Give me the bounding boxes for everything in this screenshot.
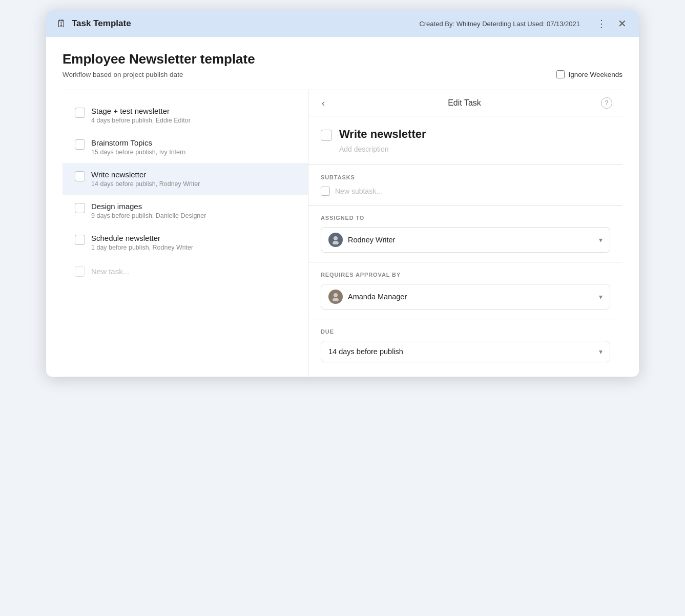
task-edit-name[interactable]: Write newsletter — [339, 128, 610, 141]
due-label: DUE — [321, 328, 610, 335]
task-item[interactable]: Brainstorm Topics 15 days before publish… — [63, 131, 308, 163]
subtasks-label: SUBTASKS — [321, 174, 610, 180]
subtask-row: New subtask... — [321, 187, 610, 196]
ignore-weekends-label[interactable]: Ignore Weekends — [556, 70, 622, 78]
requires-approval-dropdown[interactable]: Amanda Manager ▾ — [321, 284, 610, 310]
svg-point-2 — [334, 293, 338, 297]
assigned-to-chevron-icon: ▾ — [599, 236, 603, 244]
requires-approval-left: Amanda Manager — [328, 290, 407, 304]
edit-panel-title: Edit Task — [333, 98, 596, 108]
task-info-1: Stage + test newsletter 4 days before pu… — [91, 107, 296, 124]
task-meta-4: 9 days before publish, Danielle Designer — [91, 212, 296, 219]
svg-point-3 — [333, 298, 339, 301]
assigned-to-label: ASSIGNED TO — [321, 215, 610, 221]
task-item[interactable]: Schedule newsletter 1 day before publish… — [63, 227, 308, 258]
modal-title: Task Template — [72, 18, 414, 29]
task-name-5: Schedule newsletter — [91, 234, 296, 242]
task-edit-description[interactable]: Add description — [339, 145, 610, 153]
new-task-label: New task... — [91, 267, 129, 276]
requires-approval-section: REQUIRES APPROVAL BY Amanda Manager — [308, 262, 622, 319]
edit-panel-header: ‹ Edit Task ? — [308, 90, 622, 116]
task-name-3: Write newsletter — [91, 170, 296, 179]
task-name-2: Brainstorm Topics — [91, 138, 296, 147]
task-edit-info: Write newsletter Add description — [339, 128, 610, 153]
close-button[interactable]: ✕ — [616, 17, 629, 30]
template-subtitle-row: Workflow based on project publish date I… — [63, 70, 622, 78]
modal-actions: ⋮ ✕ — [594, 17, 629, 30]
assigned-to-section: ASSIGNED TO Rodney Writer — [308, 206, 622, 262]
assignee-avatar — [328, 233, 343, 247]
approver-avatar — [328, 290, 343, 304]
due-value: 14 days before publish — [328, 347, 403, 356]
modal-body: Employee Newsletter template Workflow ba… — [46, 37, 639, 377]
svg-point-0 — [334, 236, 338, 240]
help-icon[interactable]: ? — [601, 97, 612, 109]
main-content: Stage + test newsletter 4 days before pu… — [63, 90, 622, 377]
task-meta-5: 1 day before publish, Rodney Writer — [91, 244, 296, 251]
task-name-4: Design images — [91, 202, 296, 211]
edit-panel: ‹ Edit Task ? Write newsletter Add descr… — [308, 90, 622, 377]
task-edit-body: Write newsletter Add description — [308, 116, 622, 165]
assignee-name: Rodney Writer — [348, 236, 395, 244]
back-button[interactable]: ‹ — [319, 98, 328, 108]
task-name-1: Stage + test newsletter — [91, 107, 296, 115]
due-section: DUE 14 days before publish ▾ — [308, 319, 622, 377]
assigned-to-dropdown[interactable]: Rodney Writer ▾ — [321, 227, 610, 253]
svg-point-1 — [333, 241, 339, 244]
task-info-3: Write newsletter 14 days before publish,… — [91, 170, 296, 188]
due-chevron-icon: ▾ — [599, 347, 603, 356]
task-template-modal: 🗓 Task Template Created By: Whitney Dete… — [46, 10, 639, 377]
task-info-4: Design images 9 days before publish, Dan… — [91, 202, 296, 219]
ignore-weekends-checkbox[interactable] — [556, 70, 565, 78]
task-checkbox-4[interactable] — [75, 203, 85, 213]
task-item[interactable]: Stage + test newsletter 4 days before pu… — [63, 99, 308, 131]
task-meta-2: 15 days before publish, Ivy Intern — [91, 149, 296, 156]
subtasks-section: SUBTASKS New subtask... — [308, 165, 622, 206]
new-task-checkbox[interactable] — [75, 266, 85, 277]
subtask-placeholder[interactable]: New subtask... — [335, 187, 382, 195]
task-checkbox-3[interactable] — [75, 171, 85, 181]
modal-meta: Created By: Whitney Deterding Last Used:… — [419, 20, 580, 28]
task-checkbox-5[interactable] — [75, 235, 85, 245]
template-subtitle: Workflow based on project publish date — [63, 71, 183, 78]
task-template-icon: 🗓 — [56, 18, 67, 30]
task-info-2: Brainstorm Topics 15 days before publish… — [91, 138, 296, 156]
task-list: Stage + test newsletter 4 days before pu… — [63, 90, 308, 377]
ignore-weekends-text: Ignore Weekends — [568, 71, 622, 78]
task-checkbox-1[interactable] — [75, 108, 85, 118]
task-info-5: Schedule newsletter 1 day before publish… — [91, 234, 296, 251]
task-checkbox-2[interactable] — [75, 139, 85, 150]
due-dropdown[interactable]: 14 days before publish ▾ — [321, 341, 610, 362]
assigned-to-left: Rodney Writer — [328, 233, 395, 247]
template-title: Employee Newsletter template — [63, 51, 622, 67]
task-item-selected[interactable]: Write newsletter 14 days before publish,… — [63, 163, 308, 195]
more-options-button[interactable]: ⋮ — [594, 17, 609, 30]
requires-approval-label: REQUIRES APPROVAL BY — [321, 272, 610, 278]
task-meta-3: 14 days before publish, Rodney Writer — [91, 180, 296, 188]
task-item[interactable]: Design images 9 days before publish, Dan… — [63, 195, 308, 227]
subtask-checkbox[interactable] — [321, 187, 330, 196]
task-edit-checkbox[interactable] — [321, 130, 332, 141]
task-meta-1: 4 days before publish, Eddie Editor — [91, 117, 296, 124]
new-task-item[interactable]: New task... — [63, 258, 308, 284]
approver-name: Amanda Manager — [348, 293, 407, 301]
requires-approval-chevron-icon: ▾ — [599, 293, 603, 301]
modal-header: 🗓 Task Template Created By: Whitney Dete… — [46, 10, 639, 37]
